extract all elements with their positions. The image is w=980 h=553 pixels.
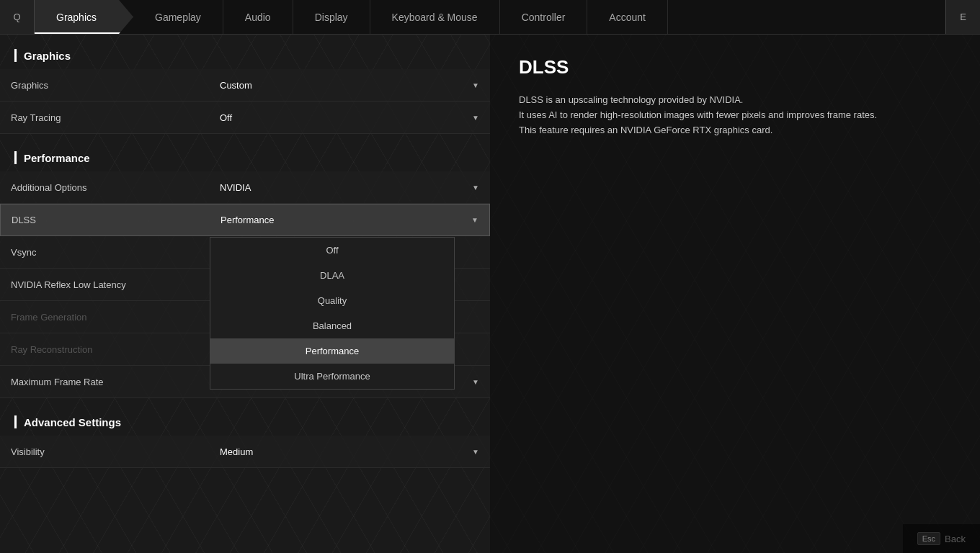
tab-gameplay[interactable]: Gameplay bbox=[133, 0, 223, 34]
value-ray-tracing[interactable]: Off ▼ bbox=[209, 112, 490, 123]
row-ray-tracing[interactable]: Ray Tracing Off ▼ bbox=[0, 102, 490, 134]
row-graphics-preset[interactable]: Graphics Custom ▼ bbox=[0, 69, 490, 102]
chevron-down-icon: ▼ bbox=[472, 448, 479, 456]
value-additional-options[interactable]: NVIDIA ▼ bbox=[209, 182, 490, 193]
section-performance: Performance Additional Options NVIDIA ▼ … bbox=[0, 151, 490, 398]
dropdown-item-ultra-performance[interactable]: Ultra Performance bbox=[210, 364, 454, 389]
chevron-down-icon: ▼ bbox=[472, 114, 479, 122]
section-graphics: Graphics Graphics Custom ▼ Ray Tracing O… bbox=[0, 49, 490, 134]
label-dlss: DLSS bbox=[1, 215, 210, 225]
chevron-down-icon: ▼ bbox=[472, 81, 479, 89]
tab-controller[interactable]: Controller bbox=[500, 0, 588, 34]
dropdown-item-balanced[interactable]: Balanced bbox=[210, 313, 454, 338]
label-additional-options: Additional Options bbox=[0, 182, 209, 193]
dropdown-item-performance[interactable]: Performance bbox=[210, 338, 454, 364]
info-line-1: DLSS is an upscaling technology provided… bbox=[519, 93, 951, 108]
section-title-performance: Performance bbox=[0, 151, 490, 171]
dropdown-item-off[interactable]: Off bbox=[210, 238, 454, 263]
row-additional-options[interactable]: Additional Options NVIDIA ▼ bbox=[0, 171, 490, 204]
main-container: Graphics Graphics Custom ▼ Ray Tracing O… bbox=[0, 35, 980, 553]
section-title-graphics: Graphics bbox=[0, 49, 490, 69]
label-graphics-preset: Graphics bbox=[0, 80, 209, 91]
nav-right-key: E bbox=[945, 0, 980, 34]
dropdown-item-dlaa[interactable]: DLAA bbox=[210, 263, 454, 288]
row-dlss[interactable]: DLSS Performance ▼ Off DLAA Quality Bala… bbox=[0, 204, 490, 236]
label-ray-reconstruction: Ray Reconstruction bbox=[0, 344, 209, 355]
performance-settings: Additional Options NVIDIA ▼ DLSS Perform… bbox=[0, 171, 490, 398]
value-dlss[interactable]: Performance ▼ bbox=[210, 215, 489, 225]
info-description: DLSS is an upscaling technology provided… bbox=[519, 93, 951, 138]
info-line-3: This feature requires an NVIDIA GeForce … bbox=[519, 123, 951, 138]
tab-audio[interactable]: Audio bbox=[223, 0, 293, 34]
label-vsync: Vsync bbox=[0, 247, 209, 258]
value-graphics-preset[interactable]: Custom ▼ bbox=[209, 80, 490, 91]
label-max-frame-rate: Maximum Frame Rate bbox=[0, 377, 209, 387]
navbar: Q Graphics Gameplay Audio Display Keyboa… bbox=[0, 0, 980, 35]
chevron-down-icon: ▼ bbox=[472, 378, 479, 386]
dlss-dropdown: Off DLAA Quality Balanced Performance Ul… bbox=[210, 237, 455, 390]
tab-account[interactable]: Account bbox=[587, 0, 668, 34]
tab-display[interactable]: Display bbox=[293, 0, 370, 34]
dropdown-item-quality[interactable]: Quality bbox=[210, 288, 454, 313]
info-title: DLSS bbox=[519, 56, 951, 78]
label-visibility: Visibility bbox=[0, 446, 209, 457]
tab-graphics[interactable]: Graphics bbox=[35, 0, 133, 34]
graphics-settings: Graphics Custom ▼ Ray Tracing Off ▼ bbox=[0, 69, 490, 134]
section-title-advanced: Advanced Settings bbox=[0, 415, 490, 436]
info-panel: DLSS DLSS is an upscaling technology pro… bbox=[490, 35, 980, 553]
label-nvidia-reflex: NVIDIA Reflex Low Latency bbox=[0, 279, 209, 290]
row-visibility[interactable]: Visibility Medium ▼ bbox=[0, 436, 490, 468]
tab-keyboard-mouse[interactable]: Keyboard & Mouse bbox=[370, 0, 500, 34]
section-advanced: Advanced Settings Visibility Medium ▼ bbox=[0, 415, 490, 468]
advanced-settings: Visibility Medium ▼ bbox=[0, 436, 490, 468]
info-line-2: It uses AI to render high-resolution ima… bbox=[519, 108, 951, 123]
chevron-down-icon: ▼ bbox=[472, 184, 479, 192]
left-panel: Graphics Graphics Custom ▼ Ray Tracing O… bbox=[0, 35, 490, 553]
chevron-down-icon: ▼ bbox=[471, 216, 478, 224]
value-visibility[interactable]: Medium ▼ bbox=[209, 446, 490, 457]
nav-left-key: Q bbox=[0, 0, 35, 34]
label-ray-tracing: Ray Tracing bbox=[0, 112, 209, 123]
label-frame-generation: Frame Generation bbox=[0, 312, 209, 323]
